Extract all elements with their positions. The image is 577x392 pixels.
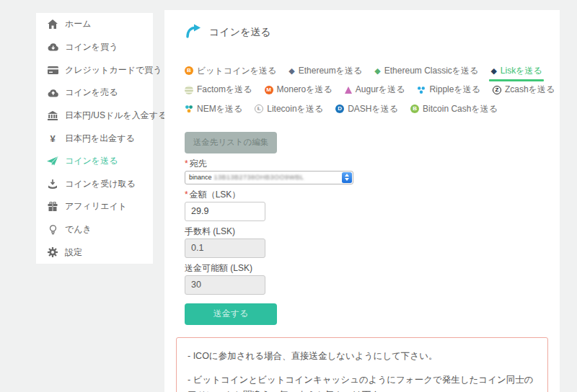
tab-send-zcash[interactable]: Z Zcashを送る: [493, 84, 555, 96]
zcash-icon: Z: [493, 86, 501, 94]
tab-row-3: NEMを送る Ł Litecoinを送る D DASHを送る B Bitcoin…: [185, 99, 539, 119]
warning-notes-box: - ICOに参加される場合、直接送金しないようにして下さい。 - ビットコインと…: [176, 337, 548, 392]
recipient-label: *宛先: [185, 159, 539, 169]
litecoin-icon: Ł: [255, 104, 263, 113]
sidebar-item-label: でんき: [65, 223, 92, 236]
receive-tray-icon: [47, 179, 58, 189]
sidebar-item-deposit-jpy-usd[interactable]: 日本円/USドルを入金する: [36, 104, 153, 128]
available-amount-label: 送金可能額 (LSK): [185, 263, 539, 273]
fee-input: [185, 239, 265, 258]
tab-label: NEMを送る: [197, 103, 242, 115]
sidebar-item-electricity[interactable]: でんき: [36, 218, 153, 241]
gear-icon: [47, 247, 58, 257]
sidebar-item-withdraw-jpy[interactable]: ¥ 日本円を出金する: [36, 127, 153, 150]
tab-row-2: Factomを送る M Moneroを送る Augurを送る Rippleを送る…: [185, 81, 539, 100]
dash-icon: D: [335, 104, 344, 113]
gift-icon: [47, 202, 58, 212]
home-icon: [47, 19, 58, 30]
sidebar-item-label: 日本円を出金する: [65, 133, 135, 145]
tab-send-litecoin[interactable]: Ł Litecoinを送る: [255, 103, 323, 115]
tab-label: ビットコインを送る: [197, 65, 276, 77]
send-coins-panel: コインを送る B ビットコインを送る ◆ Ethereumを送る ◆ Ether…: [164, 10, 560, 392]
ethereum-icon: ◆: [288, 67, 294, 75]
sidebar: ホーム コインを買う クレジットカードで買う コインを売る 日本円/USドルを入…: [36, 13, 153, 264]
sidebar-item-label: コインを売る: [65, 86, 118, 99]
tab-label: Rippleを送る: [429, 84, 480, 96]
sidebar-item-send-coins[interactable]: コインを送る: [36, 150, 153, 173]
tab-send-dash[interactable]: D DASHを送る: [335, 103, 398, 115]
coin-tabs: B ビットコインを送る ◆ Ethereumを送る ◆ Ethereum Cla…: [185, 61, 539, 119]
recipient-selected-value: binance: [189, 174, 212, 181]
fee-label: 手数料 (LSK): [185, 226, 539, 236]
send-button[interactable]: 送金する: [185, 303, 277, 325]
warning-note: - ビットコインとビットコインキャッシュのようにフォークで発生したコイン同士のア…: [188, 373, 537, 392]
required-asterisk: *: [185, 190, 188, 200]
sidebar-item-buy-coins[interactable]: コインを買う: [36, 36, 153, 59]
required-asterisk: *: [185, 159, 188, 169]
monero-icon: M: [265, 86, 273, 94]
tab-label: Litecoinを送る: [267, 103, 323, 115]
recipient-field-group: *宛先 binance 13B13B2738OHB3OO9WBL: [185, 159, 539, 184]
sidebar-item-receive-coins[interactable]: コインを受け取る: [36, 172, 153, 195]
ripple-icon: [417, 86, 426, 94]
sidebar-item-home[interactable]: ホーム: [36, 13, 153, 36]
nem-icon: [185, 104, 193, 113]
send-arrow-icon: [185, 24, 202, 41]
recipient-select[interactable]: binance 13B13B2738OHB3OO9WBL: [185, 171, 353, 184]
sidebar-item-label: コインを買う: [65, 41, 118, 53]
bank-icon: [47, 110, 58, 120]
amount-field-group: *金額（LSK）: [185, 190, 539, 221]
sidebar-item-label: ホーム: [65, 18, 92, 30]
tab-send-lisk[interactable]: ◆ Liskを送る: [490, 65, 542, 77]
augur-icon: [345, 86, 352, 94]
amount-input[interactable]: [185, 202, 265, 221]
available-field-group: 送金可能額 (LSK): [185, 263, 539, 295]
warning-note: - ICOに参加される場合、直接送金しないようにして下さい。: [188, 349, 537, 364]
ethereum-classic-icon: ◆: [374, 67, 380, 75]
tab-label: Ethereumを送る: [299, 65, 363, 77]
page-header: コインを送る: [185, 25, 539, 40]
yen-icon: ¥: [47, 133, 58, 143]
sidebar-item-label: 日本円/USドルを入金する: [65, 110, 167, 122]
tab-send-ethereum-classic[interactable]: ◆ Ethereum Classicを送る: [374, 65, 478, 77]
fee-field-group: 手数料 (LSK): [185, 226, 539, 258]
page-title: コインを送る: [209, 26, 271, 39]
tab-send-ethereum[interactable]: ◆ Ethereumを送る: [288, 65, 362, 77]
edit-recipient-list-button[interactable]: 送金先リストの編集: [185, 132, 277, 153]
light-bulb-icon: [47, 225, 58, 235]
cloud-download-icon: [47, 42, 58, 52]
tab-send-factom[interactable]: Factomを送る: [185, 84, 252, 96]
tab-label: Moneroを送る: [277, 84, 332, 96]
lisk-icon: ◆: [490, 67, 496, 75]
tab-send-augur[interactable]: Augurを送る: [345, 84, 405, 96]
recipient-address-redacted: 13B13B2738OHB3OO9WBL: [214, 174, 304, 181]
sidebar-item-label: アフィリエイト: [65, 200, 127, 213]
select-stepper-icon: [342, 172, 352, 183]
tab-send-monero[interactable]: M Moneroを送る: [265, 84, 332, 96]
tab-label: Zcashを送る: [505, 84, 555, 96]
sidebar-item-settings[interactable]: 設定: [36, 241, 153, 264]
tab-send-bitcoin-cash[interactable]: B Bitcoin Cashを送る: [410, 103, 498, 115]
tab-label: Liskを送る: [501, 65, 542, 77]
bitcoin-cash-icon: B: [410, 104, 419, 113]
sidebar-item-label: コインを受け取る: [65, 178, 136, 190]
tab-label: DASHを送る: [348, 103, 398, 115]
available-amount-input: [185, 275, 265, 295]
sidebar-item-sell-coins[interactable]: コインを売る: [36, 81, 153, 104]
paper-plane-icon: [47, 156, 58, 166]
sidebar-item-affiliate[interactable]: アフィリエイト: [36, 195, 153, 218]
amount-label: *金額（LSK）: [185, 190, 539, 200]
tab-row-1: B ビットコインを送る ◆ Ethereumを送る ◆ Ethereum Cla…: [185, 61, 539, 81]
tab-send-bitcoin[interactable]: B ビットコインを送る: [185, 65, 276, 77]
tab-label: Factomを送る: [197, 84, 252, 96]
bitcoin-icon: B: [185, 66, 193, 75]
tab-send-ripple[interactable]: Rippleを送る: [417, 84, 480, 96]
factom-icon: [185, 86, 193, 94]
sidebar-item-label: コインを送る: [65, 155, 118, 167]
tab-label: Bitcoin Cashを送る: [423, 103, 498, 115]
sidebar-item-label: クレジットカードで買う: [65, 64, 162, 76]
sidebar-item-buy-credit-card[interactable]: クレジットカードで買う: [36, 58, 153, 81]
sidebar-item-label: 設定: [65, 246, 82, 259]
tab-send-nem[interactable]: NEMを送る: [185, 103, 242, 115]
credit-card-icon: [47, 65, 58, 75]
